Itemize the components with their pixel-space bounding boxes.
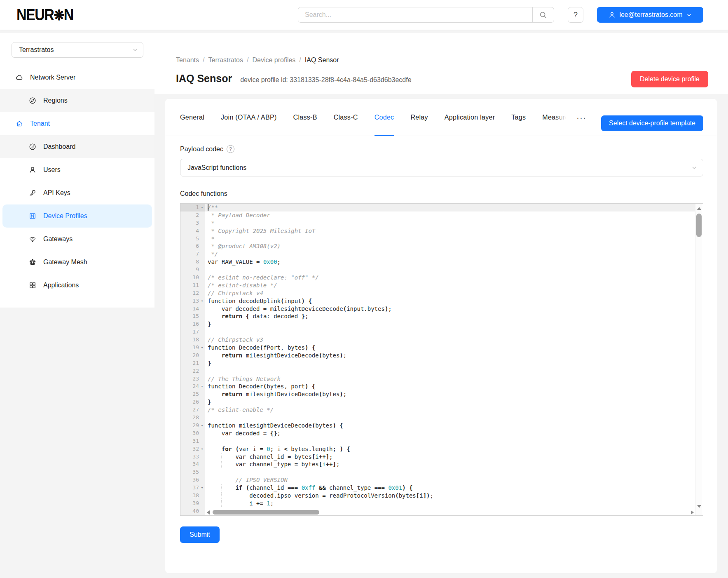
fold-toggle-icon[interactable]: ▾ [199, 484, 205, 492]
code-line[interactable]: * @product AM308(v2) [205, 242, 703, 250]
code-line[interactable] [205, 367, 703, 375]
sidebar-item-network-server[interactable]: Network Server [0, 66, 154, 89]
fold-toggle-icon[interactable]: ▾ [199, 297, 205, 305]
scroll-left-arrow[interactable] [207, 510, 210, 515]
code-line[interactable]: * Payload Decoder [205, 211, 703, 219]
code-line[interactable] [205, 328, 703, 336]
code-line[interactable]: } [205, 320, 703, 328]
vertical-scrollbar[interactable] [695, 204, 703, 515]
sidebar-item-tenant[interactable]: Tenant [0, 112, 154, 135]
sidebar-item-gateways[interactable]: Gateways [0, 228, 154, 251]
code-line[interactable]: function Decoder(bytes, port) { [205, 383, 703, 390]
code-line[interactable]: decoded.ipso_version = readProtocolVersi… [205, 492, 703, 500]
code-line[interactable]: var decoded = milesightDeviceDecode(inpu… [205, 305, 703, 313]
breadcrumb-item-terrastratos[interactable]: Terrastratos [208, 56, 243, 63]
search-input[interactable] [298, 7, 532, 22]
breadcrumb-item-iaq-sensor: IAQ Sensor [305, 56, 339, 63]
code-line[interactable]: return milesightDeviceDecode(bytes); [205, 352, 703, 359]
device-profile-id: device profile id: 33181335-28f8-4c4a-84… [240, 76, 411, 84]
sidebar-item-applications[interactable]: Applications [0, 274, 154, 297]
fold-toggle-icon[interactable]: ▾ [199, 422, 205, 430]
page-title: IAQ Sensor [176, 73, 232, 85]
code-line[interactable]: * [205, 219, 703, 227]
code-line[interactable]: // The Things Network [205, 375, 703, 383]
code-line[interactable]: /* eslint no-redeclare: "off" */ [205, 274, 703, 282]
code-line[interactable]: /** [205, 204, 703, 211]
tab-class-c[interactable]: Class-C [334, 99, 358, 136]
help-button[interactable]: ? [568, 7, 583, 23]
editor-line-29: 29▾function milesightDeviceDecode(bytes)… [180, 422, 703, 430]
scroll-right-arrow[interactable] [691, 510, 694, 515]
code-line[interactable]: // IPSO VERSION [205, 476, 703, 484]
code-line[interactable]: i += 1; [205, 500, 703, 508]
sidebar-item-dashboard[interactable]: Dashboard [0, 135, 154, 158]
code-line[interactable]: * Copyright 2025 Milesight IoT [205, 227, 703, 235]
code-line[interactable] [205, 437, 703, 445]
more-tabs-button[interactable]: ··· [574, 99, 589, 136]
code-line[interactable]: */ [205, 250, 703, 258]
sidebar-item-regions[interactable]: Regions [0, 89, 154, 112]
tab-codec[interactable]: Codec [375, 99, 394, 136]
delete-device-profile-button[interactable]: Delete device profile [631, 71, 708, 87]
submit-button[interactable]: Submit [180, 526, 220, 543]
tab-class-b[interactable]: Class-B [293, 99, 317, 136]
code-line[interactable]: var channel_id = bytes[i++]; [205, 453, 703, 461]
tenant-select[interactable]: Terrastratos [12, 42, 143, 58]
question-circle-icon[interactable]: ? [227, 145, 234, 153]
tab-general[interactable]: General [180, 99, 204, 136]
page-header: Tenants/Terrastratos/Device profiles/IAQ… [154, 33, 728, 94]
code-line[interactable]: } [205, 359, 703, 367]
v-scrollbar-thumb[interactable] [696, 214, 702, 237]
gutter-line-number: 30 [180, 430, 205, 437]
fold-toggle-icon[interactable]: ▾ [199, 445, 205, 453]
sidebar-item-device-profiles[interactable]: Device Profiles [2, 204, 152, 228]
select-template-button[interactable]: Select device-profile template [601, 115, 703, 131]
code-editor[interactable]: 1▾/**2 * Payload Decoder3 *4 * Copyright… [180, 203, 703, 516]
breadcrumb-item-device-profiles[interactable]: Device profiles [252, 56, 295, 63]
code-line[interactable]: return { data: decoded }; [205, 312, 703, 320]
gutter-line-number: 15 [180, 312, 205, 320]
fold-toggle-icon[interactable]: ▾ [199, 344, 205, 352]
editor-line-23: 23// The Things Network [180, 375, 703, 383]
h-scrollbar-thumb[interactable] [213, 510, 319, 515]
sidebar-item-gateway-mesh[interactable]: Gateway Mesh [0, 251, 154, 274]
breadcrumb-item-tenants[interactable]: Tenants [176, 56, 199, 63]
tab-application-layer[interactable]: Application layer [445, 99, 495, 136]
code-line[interactable]: function Decode(fPort, bytes) { [205, 344, 703, 352]
fold-toggle-icon[interactable]: ▾ [199, 383, 205, 390]
code-line[interactable] [205, 414, 703, 422]
sidebar-item-label: Tenant [30, 120, 50, 127]
sidebar-item-api-keys[interactable]: API Keys [0, 181, 154, 204]
code-line[interactable]: return milesightDeviceDecode(bytes); [205, 390, 703, 398]
user-menu-button[interactable]: lee@terrastratos.com [597, 7, 703, 23]
code-line[interactable]: var channel_type = bytes[i++]; [205, 461, 703, 468]
payload-codec-select[interactable]: JavaScript functions [180, 159, 703, 176]
sidebar-item-users[interactable]: Users [0, 158, 154, 181]
fold-toggle-icon[interactable]: ▾ [199, 204, 205, 211]
code-line[interactable]: /* eslint-disable */ [205, 282, 703, 289]
scroll-up-arrow[interactable] [697, 207, 701, 210]
gutter-line-number: 19▾ [180, 344, 205, 352]
code-line[interactable]: /* eslint-enable */ [205, 406, 703, 414]
horizontal-scrollbar[interactable] [200, 510, 695, 515]
tab-join-otaa-abp[interactable]: Join (OTAA / ABP) [221, 99, 277, 136]
gutter-line-number: 3 [180, 219, 205, 227]
code-line[interactable]: } [205, 398, 703, 406]
code-line[interactable]: var RAW_VALUE = 0x00; [205, 258, 703, 266]
tab-measurements[interactable]: Measurements [542, 99, 571, 136]
code-line[interactable]: for (var i = 0; i < bytes.length; ) { [205, 445, 703, 453]
code-line[interactable]: if (channel_id === 0xff && channel_type … [205, 484, 703, 492]
tab-tags[interactable]: Tags [511, 99, 526, 136]
scroll-down-arrow[interactable] [697, 505, 701, 508]
code-line[interactable]: function decodeUplink(input) { [205, 297, 703, 305]
code-line[interactable]: function milesightDeviceDecode(bytes) { [205, 422, 703, 430]
code-line[interactable]: * [205, 235, 703, 243]
code-line[interactable]: var decoded = {}; [205, 430, 703, 437]
code-line[interactable]: // Chirpstack v4 [205, 289, 703, 297]
search-button[interactable] [532, 7, 554, 22]
code-line[interactable]: // Chirpstack v3 [205, 336, 703, 344]
code-line[interactable] [205, 266, 703, 274]
app-header: NEUR❋N ? lee@terrastratos.com [0, 0, 728, 30]
tab-relay[interactable]: Relay [410, 99, 428, 136]
code-line[interactable] [205, 468, 703, 476]
